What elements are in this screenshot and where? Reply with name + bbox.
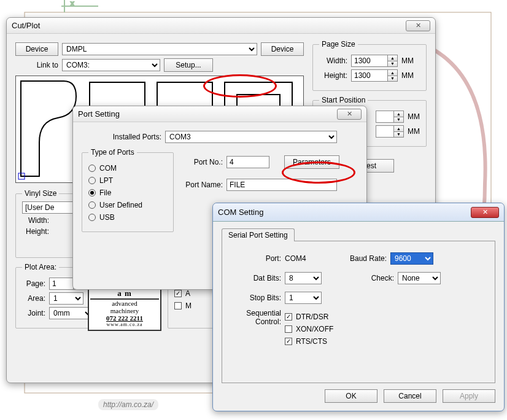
chevron-down-icon[interactable]: ▼ — [388, 61, 397, 67]
apply-button[interactable]: Apply — [443, 389, 495, 403]
joint-select[interactable]: 0mm — [49, 307, 93, 319]
parameters-button[interactable]: Parameters — [284, 155, 339, 169]
startpos-x-spinner[interactable]: ▲▼ — [376, 111, 404, 123]
device-select[interactable]: DMPL — [62, 43, 257, 55]
stopbits-select[interactable]: 1 — [285, 292, 322, 304]
linkto-select[interactable]: COM3: — [62, 59, 160, 71]
pagesize-width-spinner[interactable]: ▲▼ — [351, 55, 398, 67]
logo-box: a m advanced machinery 072 222 2211 www.… — [88, 285, 161, 331]
port-type-usb-radio[interactable]: USB — [88, 213, 167, 222]
close-icon: ✕ — [416, 21, 421, 29]
baud-rate-select[interactable]: 9600 — [390, 252, 433, 265]
vinyl-group: Vinyl Size Width: Height: — [15, 189, 82, 258]
plotb-m-checkbox[interactable]: M — [174, 301, 210, 310]
area-select[interactable]: 1 — [49, 292, 83, 305]
plotb-a-checkbox[interactable]: A — [174, 289, 210, 298]
chevron-up-icon[interactable]: ▲ — [388, 70, 397, 76]
check-select[interactable]: None — [398, 272, 441, 284]
portname-input[interactable] — [226, 179, 337, 191]
port-type-lpt-radio[interactable]: LPT — [88, 176, 167, 185]
setup-button[interactable]: Setup... — [164, 58, 213, 72]
xon-xoff-checkbox[interactable]: XON/XOFF — [285, 325, 333, 333]
ok-button[interactable]: OK — [325, 389, 377, 403]
port-type-file-radio[interactable]: File — [88, 189, 167, 197]
chevron-up-icon[interactable]: ▲ — [388, 55, 397, 61]
watermark-url: http://am.co.za/ — [98, 399, 158, 410]
device-button-left[interactable]: Device — [15, 42, 58, 56]
portno-input[interactable] — [226, 156, 269, 168]
chevron-down-icon[interactable]: ▼ — [388, 76, 397, 82]
startpos-y-spinner[interactable]: ▲▼ — [376, 125, 404, 138]
dtr-dsr-checkbox[interactable]: DTR/DSR — [285, 313, 333, 321]
port-type-userdef-radio[interactable]: User Defined — [88, 201, 167, 209]
linkto-label: Link to — [15, 61, 58, 69]
close-icon: ✕ — [482, 208, 488, 216]
comsetting-title: COM Setting — [218, 208, 263, 217]
cutplot-close-button[interactable]: ✕ — [406, 20, 430, 31]
comsetting-dialog: COM Setting ✕ Serial Port Setting Port: … — [212, 203, 505, 411]
portsetting-title: Port Setting — [78, 109, 120, 119]
svg-text:x: x — [71, 0, 74, 7]
installed-ports-select[interactable]: COM3 — [165, 131, 337, 143]
tab-serial-port-setting[interactable]: Serial Port Setting — [222, 228, 295, 241]
device-button-right[interactable]: Device — [261, 42, 304, 56]
cutplot-title: Cut/Plot — [12, 21, 40, 30]
cancel-button[interactable]: Cancel — [384, 389, 436, 403]
close-icon: ✕ — [347, 110, 352, 118]
pagesize-height-spinner[interactable]: ▲▼ — [351, 69, 398, 82]
vinyl-user-input[interactable] — [22, 201, 74, 214]
portsetting-close-button[interactable]: ✕ — [337, 109, 362, 120]
rts-cts-checkbox[interactable]: RTS/CTS — [285, 337, 333, 346]
port-type-com-radio[interactable]: COM — [88, 164, 167, 173]
pagesize-group: Page Size Width: ▲▼ MM Height: ▲▼ — [312, 40, 427, 91]
port-value: COM4 — [285, 254, 328, 263]
databits-select[interactable]: 8 — [285, 272, 322, 284]
comsetting-close-button[interactable]: ✕ — [471, 207, 499, 218]
port-type-group: Type of Ports COM LPT File User Defined … — [82, 148, 174, 232]
